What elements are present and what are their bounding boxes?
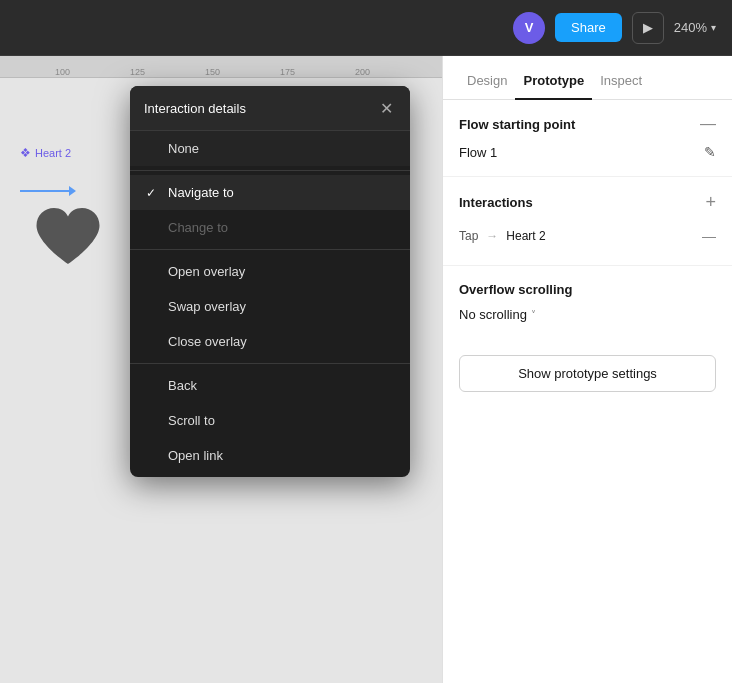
menu-item-back[interactable]: Back <box>130 368 410 403</box>
no-scrolling-label: No scrolling <box>459 307 527 322</box>
menu-item-open-link[interactable]: Open link <box>130 438 410 477</box>
tab-design-label: Design <box>467 73 507 88</box>
back-label: Back <box>168 378 197 393</box>
panel-content: Flow starting point — Flow 1 ✎ Interacti… <box>443 100 732 683</box>
avatar-button[interactable]: V <box>513 12 545 44</box>
close-overlay-label: Close overlay <box>168 334 247 349</box>
play-icon: ▶ <box>643 20 653 35</box>
swap-overlay-label: Swap overlay <box>168 299 246 314</box>
popup-title: Interaction details <box>144 101 246 116</box>
close-icon: ✕ <box>380 99 393 118</box>
menu-item-navigate[interactable]: ✓ Navigate to <box>130 175 410 210</box>
overflow-section: Overflow scrolling No scrolling ˅ <box>443 266 732 339</box>
minus-icon: — <box>700 116 716 132</box>
show-prototype-settings-button[interactable]: Show prototype settings <box>459 355 716 392</box>
check-icon: ✓ <box>146 186 160 200</box>
interaction-left: Tap → Heart 2 <box>459 229 546 243</box>
flow-starting-point-section: Flow starting point — Flow 1 ✎ <box>443 100 732 177</box>
remove-icon: — <box>702 228 716 244</box>
scroll-to-label: Scroll to <box>168 413 215 428</box>
horizontal-ruler: 100 125 150 175 200 <box>0 56 442 78</box>
interaction-target: Heart 2 <box>506 229 545 243</box>
overflow-title: Overflow scrolling <box>459 282 572 297</box>
panel-tabs: Design Prototype Inspect <box>443 56 732 100</box>
heart-shape <box>28 196 108 276</box>
flow-minus-button[interactable]: — <box>700 116 716 132</box>
chevron-down-icon: ˅ <box>531 309 536 320</box>
tab-prototype-label: Prototype <box>523 73 584 88</box>
interactions-section-header: Interactions + <box>459 193 716 211</box>
ruler-mark-125: 125 <box>130 67 145 77</box>
navigate-label: Navigate to <box>168 185 234 200</box>
interactions-title: Interactions <box>459 195 533 210</box>
heart-element[interactable]: ❖ Heart 2 <box>20 146 108 276</box>
menu-item-none[interactable]: None <box>130 131 410 166</box>
edit-icon: ✎ <box>704 144 716 160</box>
menu-item-scroll-to[interactable]: Scroll to <box>130 403 410 438</box>
right-panel: Design Prototype Inspect Flow starting p… <box>442 56 732 683</box>
heart-svg <box>33 201 103 271</box>
plus-icon: + <box>705 193 716 211</box>
change-label: Change to <box>168 220 228 235</box>
avatar-label: V <box>525 20 534 35</box>
interaction-row: Tap → Heart 2 — <box>459 223 716 249</box>
interaction-trigger: Tap <box>459 229 478 243</box>
divider-2 <box>130 249 410 250</box>
arrow-icon: → <box>486 229 498 243</box>
flow-row: Flow 1 ✎ <box>459 144 716 160</box>
open-link-label: Open link <box>168 448 223 463</box>
ruler-mark-100: 100 <box>55 67 70 77</box>
overflow-select[interactable]: No scrolling ˅ <box>459 307 536 322</box>
popup-close-button[interactable]: ✕ <box>376 98 396 118</box>
compass-icon: ❖ <box>20 146 31 160</box>
menu-item-open-overlay[interactable]: Open overlay <box>130 254 410 289</box>
overflow-section-header: Overflow scrolling <box>459 282 716 297</box>
zoom-control[interactable]: 240% ▾ <box>674 20 716 35</box>
interactions-section: Interactions + Tap → Heart 2 — <box>443 177 732 266</box>
tab-inspect[interactable]: Inspect <box>592 63 650 100</box>
interactions-add-button[interactable]: + <box>705 193 716 211</box>
tab-inspect-label: Inspect <box>600 73 642 88</box>
tab-prototype[interactable]: Prototype <box>515 63 592 100</box>
flow-edit-button[interactable]: ✎ <box>704 144 716 160</box>
topbar: V Share ▶ 240% ▾ <box>0 0 732 56</box>
menu-item-swap-overlay[interactable]: Swap overlay <box>130 289 410 324</box>
divider-1 <box>130 170 410 171</box>
chevron-down-icon: ▾ <box>711 22 716 33</box>
arrow-connector <box>20 190 70 192</box>
flow-section-title: Flow starting point <box>459 117 575 132</box>
menu-item-change[interactable]: Change to <box>130 210 410 245</box>
play-button[interactable]: ▶ <box>632 12 664 44</box>
menu-item-close-overlay[interactable]: Close overlay <box>130 324 410 359</box>
flow-section-header: Flow starting point — <box>459 116 716 132</box>
divider-3 <box>130 363 410 364</box>
main-layout: 100 125 150 175 200 ❖ Heart 2 <box>0 56 732 683</box>
interaction-remove-button[interactable]: — <box>702 227 716 245</box>
zoom-label: 240% <box>674 20 707 35</box>
heart-name: Heart 2 <box>35 147 71 159</box>
canvas-area: 100 125 150 175 200 ❖ Heart 2 <box>0 56 442 683</box>
ruler-mark-175: 175 <box>280 67 295 77</box>
popup-header: Interaction details ✕ <box>130 86 410 131</box>
share-button[interactable]: Share <box>555 13 622 42</box>
flow-label: Flow 1 <box>459 145 497 160</box>
heart-label-row: ❖ Heart 2 <box>20 146 108 160</box>
interaction-details-popup: Interaction details ✕ None ✓ Navigate to… <box>130 86 410 477</box>
open-overlay-label: Open overlay <box>168 264 245 279</box>
ruler-mark-150: 150 <box>205 67 220 77</box>
ruler-mark-200: 200 <box>355 67 370 77</box>
none-label: None <box>168 141 199 156</box>
tab-design[interactable]: Design <box>459 63 515 100</box>
